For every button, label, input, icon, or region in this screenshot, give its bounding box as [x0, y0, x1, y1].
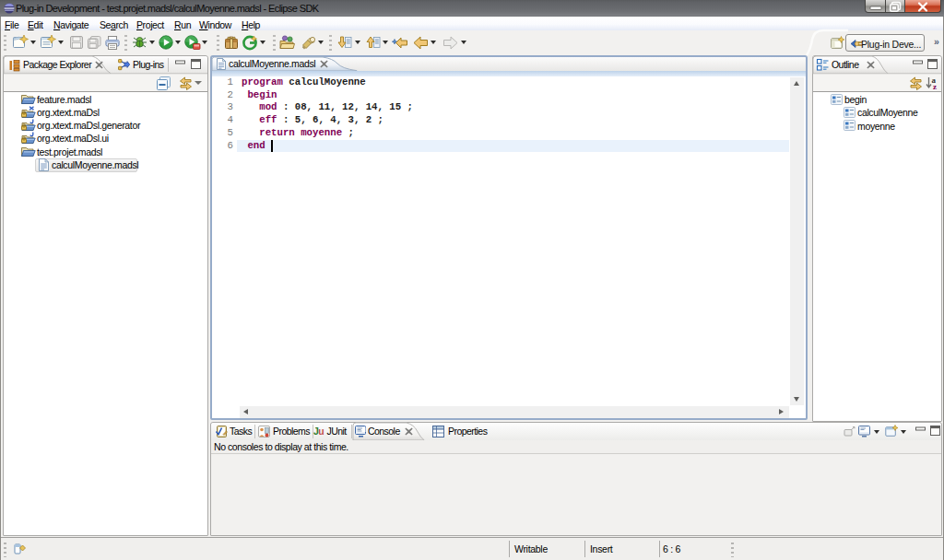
svg-text:z: z — [933, 82, 937, 91]
